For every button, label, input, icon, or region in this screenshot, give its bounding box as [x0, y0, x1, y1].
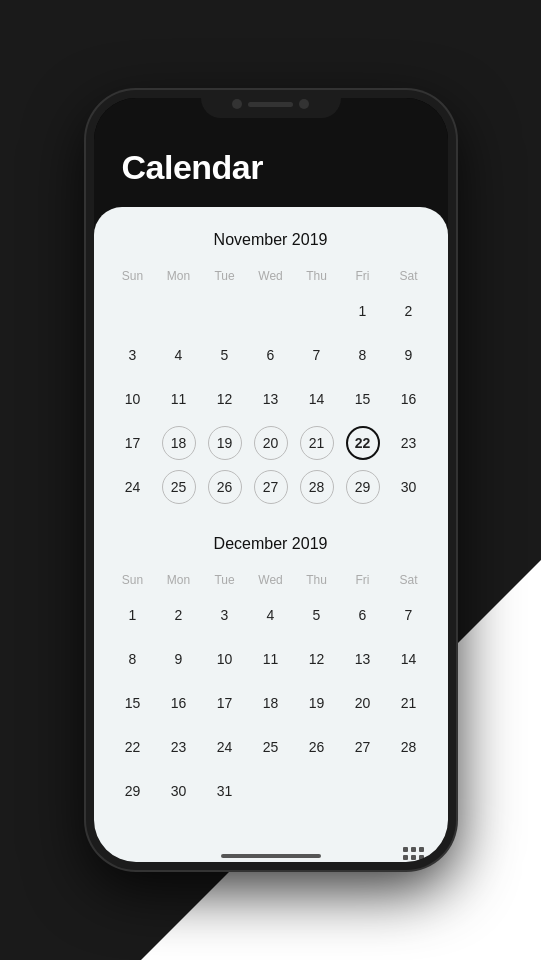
- day-24-month-0[interactable]: 24: [116, 470, 150, 504]
- day-4-month-1[interactable]: 4: [254, 598, 288, 632]
- day-header-Thu: Thu: [294, 265, 340, 287]
- day-20-month-0[interactable]: 20: [254, 426, 288, 460]
- day-16-month-0[interactable]: 16: [392, 382, 426, 416]
- day-headers-1: SunMonTueWedThuFriSat: [110, 569, 432, 591]
- day-7-month-1[interactable]: 7: [392, 598, 426, 632]
- day-9-month-0[interactable]: 9: [392, 338, 426, 372]
- day-3-month-0[interactable]: 3: [116, 338, 150, 372]
- phone-shell: Calendar November 2019SunMonTueWedThuFri…: [86, 90, 456, 870]
- day-header-Sat: Sat: [386, 569, 432, 591]
- day-header-Tue: Tue: [202, 569, 248, 591]
- day-28-month-1[interactable]: 28: [392, 730, 426, 764]
- camera-notch: [232, 99, 242, 109]
- day-6-month-0[interactable]: 6: [254, 338, 288, 372]
- day-header-Thu: Thu: [294, 569, 340, 591]
- day-29-month-0[interactable]: 29: [346, 470, 380, 504]
- day-4-month-0[interactable]: 4: [162, 338, 196, 372]
- day-28-month-0[interactable]: 28: [300, 470, 334, 504]
- day-header-Tue: Tue: [202, 265, 248, 287]
- day-12-month-1[interactable]: 12: [300, 642, 334, 676]
- day-15-month-1[interactable]: 15: [116, 686, 150, 720]
- day-24-month-1[interactable]: 24: [208, 730, 242, 764]
- day-23-month-1[interactable]: 23: [162, 730, 196, 764]
- month-section-0: November 2019SunMonTueWedThuFriSat123456…: [110, 231, 432, 507]
- day-3-month-1[interactable]: 3: [208, 598, 242, 632]
- grid-dot: [411, 847, 416, 852]
- day-12-month-0[interactable]: 12: [208, 382, 242, 416]
- day-17-month-1[interactable]: 17: [208, 686, 242, 720]
- day-17-month-0[interactable]: 17: [116, 426, 150, 460]
- month-section-1: December 2019SunMonTueWedThuFriSat123456…: [110, 535, 432, 811]
- day-30-month-1[interactable]: 30: [162, 774, 196, 808]
- grid-dot: [403, 855, 408, 860]
- day-18-month-1[interactable]: 18: [254, 686, 288, 720]
- day-26-month-1[interactable]: 26: [300, 730, 334, 764]
- day-29-month-1[interactable]: 29: [116, 774, 150, 808]
- day-14-month-0[interactable]: 14: [300, 382, 334, 416]
- day-8-month-0[interactable]: 8: [346, 338, 380, 372]
- day-31-month-1[interactable]: 31: [208, 774, 242, 808]
- calendar-grid-1: 1234567891011121314151617181920212223242…: [110, 595, 432, 811]
- day-header-Mon: Mon: [156, 265, 202, 287]
- day-11-month-0[interactable]: 11: [162, 382, 196, 416]
- phone-wrapper: Calendar November 2019SunMonTueWedThuFri…: [86, 90, 456, 870]
- day-30-month-0[interactable]: 30: [392, 470, 426, 504]
- day-13-month-1[interactable]: 13: [346, 642, 380, 676]
- day-16-month-1[interactable]: 16: [162, 686, 196, 720]
- day-2-month-0[interactable]: 2: [392, 294, 426, 328]
- day-15-month-0[interactable]: 15: [346, 382, 380, 416]
- day-27-month-0[interactable]: 27: [254, 470, 288, 504]
- month-title-0: November 2019: [110, 231, 432, 249]
- grid-icon[interactable]: [403, 847, 424, 862]
- day-10-month-0[interactable]: 10: [116, 382, 150, 416]
- day-5-month-1[interactable]: 5: [300, 598, 334, 632]
- calendar-container[interactable]: November 2019SunMonTueWedThuFriSat123456…: [94, 207, 448, 862]
- day-25-month-1[interactable]: 25: [254, 730, 288, 764]
- day-2-month-1[interactable]: 2: [162, 598, 196, 632]
- day-19-month-0[interactable]: 19: [208, 426, 242, 460]
- day-1-month-1[interactable]: 1: [116, 598, 150, 632]
- day-22-month-1[interactable]: 22: [116, 730, 150, 764]
- day-18-month-0[interactable]: 18: [162, 426, 196, 460]
- app-content: Calendar November 2019SunMonTueWedThuFri…: [94, 98, 448, 862]
- day-5-month-0[interactable]: 5: [208, 338, 242, 372]
- day-21-month-1[interactable]: 21: [392, 686, 426, 720]
- speaker-notch: [248, 102, 293, 107]
- day-headers-0: SunMonTueWedThuFriSat: [110, 265, 432, 287]
- grid-dot: [419, 847, 424, 852]
- month-title-1: December 2019: [110, 535, 432, 553]
- day-21-month-0[interactable]: 21: [300, 426, 334, 460]
- day-11-month-1[interactable]: 11: [254, 642, 288, 676]
- day-10-month-1[interactable]: 10: [208, 642, 242, 676]
- grid-dot: [411, 855, 416, 860]
- day-22-month-0[interactable]: 22: [346, 426, 380, 460]
- day-6-month-1[interactable]: 6: [346, 598, 380, 632]
- phone-screen: Calendar November 2019SunMonTueWedThuFri…: [94, 98, 448, 862]
- day-25-month-0[interactable]: 25: [162, 470, 196, 504]
- day-header-Fri: Fri: [340, 265, 386, 287]
- day-14-month-1[interactable]: 14: [392, 642, 426, 676]
- page-title: Calendar: [122, 148, 420, 187]
- day-1-month-0[interactable]: 1: [346, 294, 380, 328]
- day-header-Wed: Wed: [248, 265, 294, 287]
- day-header-Sun: Sun: [110, 569, 156, 591]
- day-header-Sun: Sun: [110, 265, 156, 287]
- day-header-Wed: Wed: [248, 569, 294, 591]
- grid-dot: [403, 847, 408, 852]
- day-9-month-1[interactable]: 9: [162, 642, 196, 676]
- sensor-notch: [299, 99, 309, 109]
- day-23-month-0[interactable]: 23: [392, 426, 426, 460]
- phone-notch: [201, 90, 341, 118]
- day-26-month-0[interactable]: 26: [208, 470, 242, 504]
- day-19-month-1[interactable]: 19: [300, 686, 334, 720]
- calendar-grid-0: 1234567891011121314151617181920212223242…: [110, 291, 432, 507]
- day-13-month-0[interactable]: 13: [254, 382, 288, 416]
- day-header-Sat: Sat: [386, 265, 432, 287]
- day-27-month-1[interactable]: 27: [346, 730, 380, 764]
- day-8-month-1[interactable]: 8: [116, 642, 150, 676]
- bottom-icon-area: [110, 839, 432, 862]
- day-7-month-0[interactable]: 7: [300, 338, 334, 372]
- day-20-month-1[interactable]: 20: [346, 686, 380, 720]
- grid-dot: [419, 855, 424, 860]
- day-header-Mon: Mon: [156, 569, 202, 591]
